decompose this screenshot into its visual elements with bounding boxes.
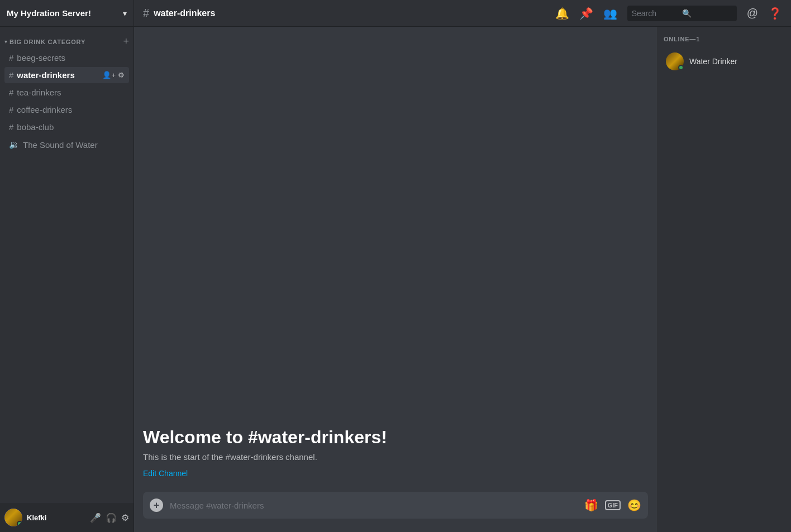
sidebar-item-boba-club[interactable]: # boba-club xyxy=(4,119,129,135)
user-bar: Klefki 🎤 🎧 ⚙ xyxy=(0,503,134,532)
main-content: Welcome to #water-drinkers! This is the … xyxy=(134,27,657,532)
channel-header: # water-drinkers xyxy=(134,0,555,26)
member-status-dot xyxy=(678,65,684,70)
sidebar-item-the-sound-of-water[interactable]: 🔉 The Sound of Water xyxy=(4,136,129,153)
search-box[interactable]: Search 🔍 xyxy=(627,6,737,21)
help-icon[interactable]: ❓ xyxy=(768,7,782,20)
topbar-icons: 🔔 📌 👥 Search 🔍 @ ❓ xyxy=(555,6,791,21)
sidebar-item-coffee-drinkers[interactable]: # coffee-drinkers xyxy=(4,102,129,118)
right-sidebar: ONLINE—1 Water Drinker xyxy=(657,27,791,532)
hash-icon: # xyxy=(9,105,13,114)
gif-button[interactable]: GIF xyxy=(605,500,621,510)
hash-icon: # xyxy=(9,88,13,97)
speaker-icon: 🔉 xyxy=(9,140,20,150)
microphone-icon[interactable]: 🎤 xyxy=(90,512,101,523)
channel-actions: 👤+ ⚙ xyxy=(102,71,125,79)
channel-name-label: boba-club xyxy=(17,122,125,132)
server-name-button[interactable]: My Hydration Server! ▾ xyxy=(0,0,134,26)
user-name-label: Klefki xyxy=(27,514,90,522)
sidebar-item-water-drinkers[interactable]: # water-drinkers 👤+ ⚙ xyxy=(4,67,129,83)
channel-name-label: coffee-drinkers xyxy=(17,105,125,114)
online-header: ONLINE—1 xyxy=(664,36,784,42)
headphones-icon[interactable]: 🎧 xyxy=(106,512,117,523)
welcome-subtitle: This is the start of the #water-drinkers… xyxy=(143,452,648,462)
channel-name-label: water-drinkers xyxy=(17,70,102,80)
user-controls: 🎤 🎧 ⚙ xyxy=(90,512,129,523)
at-icon[interactable]: @ xyxy=(747,7,758,20)
channel-list: # beeg-secrets 👤+ ⚙ # water-drinkers 👤+ … xyxy=(0,50,134,503)
message-input[interactable] xyxy=(170,501,578,510)
channel-name-label: The Sound of Water xyxy=(23,140,125,150)
messages-area: Welcome to #water-drinkers! This is the … xyxy=(134,27,657,492)
members-icon[interactable]: 👥 xyxy=(603,7,617,20)
topbar: My Hydration Server! ▾ # water-drinkers … xyxy=(0,0,791,27)
search-icon: 🔍 xyxy=(682,9,732,18)
pin-icon[interactable]: 📌 xyxy=(579,7,593,20)
gift-icon[interactable]: 🎁 xyxy=(584,499,598,512)
user-status-dot xyxy=(17,521,22,526)
main-layout: ▾ BIG DRINK CATEGORY + # beeg-secrets 👤+… xyxy=(0,27,791,532)
user-avatar xyxy=(4,509,22,526)
add-member-icon[interactable]: 👤+ xyxy=(102,71,116,79)
user-settings-icon[interactable]: ⚙ xyxy=(121,512,129,523)
sidebar-item-tea-drinkers[interactable]: # tea-drinkers xyxy=(4,84,129,100)
hash-icon: # xyxy=(143,7,149,20)
member-name-label: Water Drinker xyxy=(689,57,737,66)
category-arrow-icon: ▾ xyxy=(4,39,7,45)
search-placeholder: Search xyxy=(632,9,682,18)
input-icons: 🎁 GIF 😊 xyxy=(584,499,641,512)
emoji-icon[interactable]: 😊 xyxy=(627,499,641,512)
member-item-water-drinker[interactable]: Water Drinker xyxy=(664,49,784,74)
add-channel-icon[interactable]: + xyxy=(123,36,129,47)
hash-icon: # xyxy=(9,122,13,132)
server-name-label: My Hydration Server! xyxy=(7,8,121,18)
message-input-area: + 🎁 GIF 😊 xyxy=(134,492,657,532)
bell-icon[interactable]: 🔔 xyxy=(555,7,569,20)
edit-channel-link[interactable]: Edit Channel xyxy=(143,469,188,478)
welcome-section: Welcome to #water-drinkers! This is the … xyxy=(143,405,648,492)
settings-icon[interactable]: ⚙ xyxy=(118,71,125,79)
member-avatar xyxy=(666,52,684,70)
chevron-down-icon: ▾ xyxy=(123,9,127,18)
category-label: BIG DRINK CATEGORY xyxy=(9,39,123,45)
sidebar: ▾ BIG DRINK CATEGORY + # beeg-secrets 👤+… xyxy=(0,27,134,532)
channel-header-name: water-drinkers xyxy=(154,8,215,18)
hash-icon: # xyxy=(9,53,13,63)
channel-name-label: beeg-secrets xyxy=(17,53,102,63)
add-attachment-button[interactable]: + xyxy=(150,499,163,512)
category-header[interactable]: ▾ BIG DRINK CATEGORY + xyxy=(0,27,134,50)
add-member-icon[interactable]: 👤+ xyxy=(102,54,116,62)
settings-icon[interactable]: ⚙ xyxy=(118,54,125,62)
welcome-title: Welcome to #water-drinkers! xyxy=(143,427,648,448)
channel-name-label: tea-drinkers xyxy=(17,88,125,97)
hash-icon: # xyxy=(9,70,13,80)
sidebar-item-beeg-secrets[interactable]: # beeg-secrets 👤+ ⚙ xyxy=(4,50,129,66)
message-input-box: + 🎁 GIF 😊 xyxy=(143,492,648,519)
